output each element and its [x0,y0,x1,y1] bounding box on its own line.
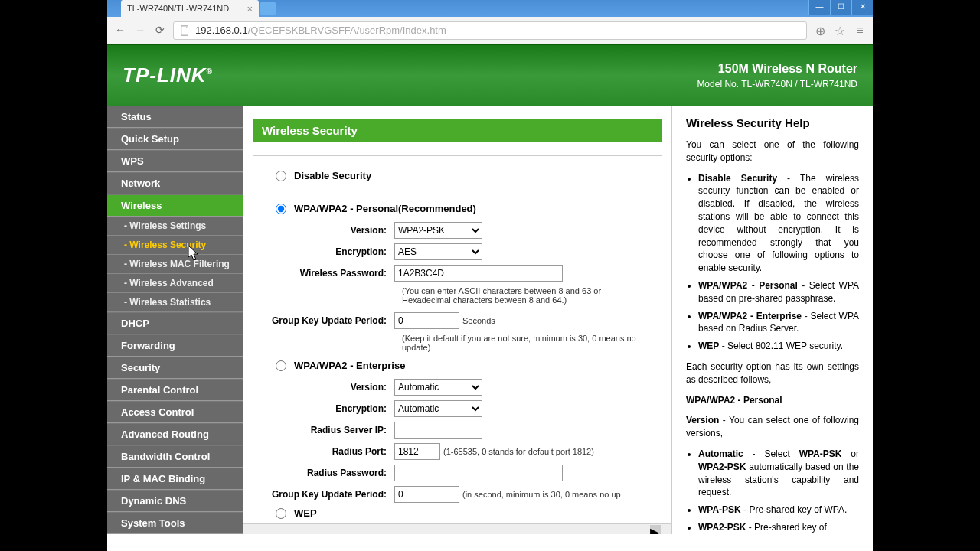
personal-version-select[interactable]: WPA2-PSK [394,222,482,239]
radius-pw-label: Radius Password: [253,468,394,478]
wireless-password-label: Wireless Password: [253,268,394,279]
ent-gkup-label: Group Key Update Period: [253,489,394,500]
window-max-icon[interactable]: ☐ [830,0,851,15]
ent-version-label: Version: [253,382,394,393]
sidebar-item-security[interactable]: Security [107,357,243,379]
encryption-label: Encryption: [253,246,394,257]
enterprise-encryption-select[interactable]: Automatic [394,400,482,417]
wireless-password-input[interactable] [394,265,563,282]
help-bullet: WEP - Select 802.11 WEP security. [698,340,859,353]
sidebar-item---wireless-mac-filtering[interactable]: - Wireless MAC Filtering [107,255,243,274]
sidebar-item-dhcp[interactable]: DHCP [107,312,243,334]
sidebar-item-wireless[interactable]: Wireless [107,194,243,217]
page-title: Wireless Security [253,119,662,142]
router-header: TP-LINK® 150M Wireless N Router Model No… [107,44,873,106]
logo: TP-LINK® [122,64,213,87]
sidebar-item-advanced-routing[interactable]: Advanced Routing [107,423,243,445]
help-versions-list: Automatic - Select WPA-PSK or WPA2-PSK a… [698,448,859,534]
help-bullet: Disable Security - The wireless security… [698,172,859,275]
page-icon [180,25,191,36]
help-bullet: WPA/WPA2 - Personal - Select WPA based o… [698,279,859,305]
browser-tab[interactable]: TL-WR740N/TL-WR741ND × [121,0,259,17]
seconds-label: Seconds [462,316,495,325]
sidebar-item-wps[interactable]: WPS [107,150,243,172]
radius-port-label: Radius Port: [253,446,394,457]
main-panel: Wireless Security Disable Security WPA/W… [243,106,672,534]
browser-toolbar: ← → ⟳ 192.168.0.1/QECEFSKBLRVGSFFA/userR… [107,17,873,44]
wpa-enterprise-label: WPA/WPA2 - Enterprise [294,360,405,371]
radio-disable-security[interactable] [276,171,286,181]
help-bullet: WPA-PSK - Pre-shared key of WPA. [698,504,859,517]
forward-button[interactable]: → [133,24,147,37]
sidebar-item-parental-control[interactable]: Parental Control [107,379,243,401]
window-close-icon[interactable]: ✕ [851,0,873,15]
personal-gkup-input[interactable] [394,312,459,329]
radius-ip-label: Radius Server IP: [253,425,394,435]
help-intro: You can select one of the following secu… [686,139,859,165]
sidebar-item-status[interactable]: Status [107,106,243,128]
sidebar-item---wireless-security[interactable]: - Wireless Security [107,236,243,255]
radius-password-input[interactable] [394,465,563,481]
help-options-list: Disable Security - The wireless security… [698,172,859,353]
help-bullet: Automatic - Select WPA-PSK or WPA2-PSK a… [698,448,859,499]
ent-gkup-hint: (in second, minimum is 30, 0 means no up [462,490,621,499]
sidebar-item-quick-setup[interactable]: Quick Setup [107,128,243,150]
help-para2: Each security option has its own setting… [686,360,859,386]
enterprise-gkup-input[interactable] [394,486,459,503]
gkup-label: Group Key Update Period: [253,315,394,326]
help-panel: Wireless Security Help You can select on… [672,106,873,534]
radio-wep[interactable] [276,508,286,519]
sidebar: StatusQuick SetupWPSNetworkWireless- Wir… [107,106,243,534]
help-title: Wireless Security Help [686,116,859,129]
help-version-para: Version - You can select one of followin… [686,414,859,440]
disable-security-label: Disable Security [294,170,371,181]
password-hint: (You can enter ASCII characters between … [402,286,647,305]
radius-ip-input[interactable] [394,422,482,439]
product-name: 150M Wireless N Router [697,62,858,76]
radio-wpa-personal[interactable] [276,204,286,214]
radius-port-hint: (1-65535, 0 stands for default port 1812… [443,447,594,456]
model-number: Model No. TL-WR740N / TL-WR741ND [697,79,858,90]
help-bullet: WPA/WPA2 - Enterprise - Select WPA based… [698,310,859,336]
tab-title: TL-WR740N/TL-WR741ND [127,4,229,13]
sidebar-item-bandwidth-control[interactable]: Bandwidth Control [107,445,243,468]
gkup-hint: (Keep it default if you are not sure, mi… [402,334,647,352]
help-bullet: WPA2-PSK - Pre-shared key of [698,521,859,534]
translate-icon[interactable]: ⊕ [813,24,827,37]
ent-encryption-label: Encryption: [253,403,394,414]
horizontal-scrollbar[interactable]: ▶ [243,523,671,534]
sidebar-item-forwarding[interactable]: Forwarding [107,334,243,357]
sidebar-item-network[interactable]: Network [107,172,243,194]
back-button[interactable]: ← [113,24,127,37]
sidebar-item-dynamic-dns[interactable]: Dynamic DNS [107,490,243,512]
sidebar-item-system-tools[interactable]: System Tools [107,512,243,534]
sidebar-item---wireless-advanced[interactable]: - Wireless Advanced [107,274,243,293]
address-bar[interactable]: 192.168.0.1/QECEFSKBLRVGSFFA/userRpm/Ind… [173,21,807,40]
version-label: Version: [253,225,394,236]
radio-wpa-enterprise[interactable] [276,360,286,371]
sidebar-item---wireless-settings[interactable]: - Wireless Settings [107,217,243,236]
window-min-icon[interactable]: — [808,0,830,15]
close-tab-icon[interactable]: × [247,3,253,15]
help-personal-heading: WPA/WPA2 - Personal [686,395,782,406]
radius-port-input[interactable] [394,443,440,460]
personal-encryption-select[interactable]: AES [394,243,482,260]
enterprise-version-select[interactable]: Automatic [394,379,482,396]
sidebar-item-ip---mac-binding[interactable]: IP & MAC Binding [107,468,243,490]
reload-button[interactable]: ⟳ [153,24,167,37]
url-text: 192.168.0.1/QECEFSKBLRVGSFFA/userRpm/Ind… [195,24,446,36]
bookmark-icon[interactable]: ☆ [833,24,847,37]
sidebar-item---wireless-statistics[interactable]: - Wireless Statistics [107,293,243,312]
wep-label: WEP [294,507,317,519]
wpa-personal-label: WPA/WPA2 - Personal(Recommended) [294,203,476,214]
menu-icon[interactable]: ≡ [853,24,867,37]
sidebar-item-access-control[interactable]: Access Control [107,401,243,423]
new-tab-button[interactable] [260,2,276,15]
